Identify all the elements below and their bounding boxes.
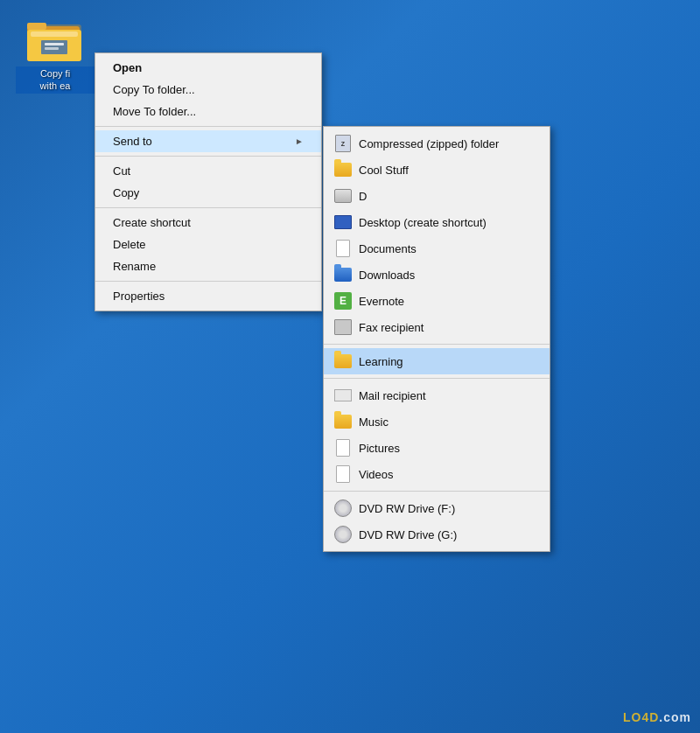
menu-item-cut[interactable]: Cut	[95, 160, 321, 182]
submenu-item-downloads[interactable]: Downloads	[324, 262, 550, 288]
svg-rect-6	[45, 43, 64, 45]
svg-rect-4	[31, 31, 78, 37]
desktop-folder[interactable]: Copy fi with ea	[16, 16, 94, 94]
submenu-item-d-drive[interactable]: D	[324, 183, 550, 209]
menu-item-rename[interactable]: Rename	[95, 255, 321, 277]
pictures-icon	[334, 439, 352, 457]
menu-item-move-to-folder[interactable]: Move To folder...	[95, 101, 321, 122]
submenu-item-compressed[interactable]: Z Compressed (zipped) folder	[324, 130, 550, 157]
watermark-highlight: LO4D	[623, 710, 659, 724]
submenu-item-dvd-g[interactable]: DVD RW Drive (G:)	[324, 521, 550, 548]
music-folder-icon	[334, 413, 352, 430]
menu-separator-2	[95, 156, 321, 157]
menu-item-create-shortcut[interactable]: Create shortcut	[95, 212, 321, 234]
submenu-separator-1	[324, 344, 550, 345]
svg-rect-2	[27, 23, 46, 30]
context-menu: Open Copy To folder... Move To folder...…	[94, 52, 322, 311]
svg-rect-7	[45, 47, 59, 50]
submenu-item-evernote[interactable]: E Evernote	[324, 288, 550, 314]
submenu-item-cool-stuff[interactable]: Cool Stuff	[324, 157, 550, 183]
videos-icon	[334, 465, 352, 483]
dvd-f-icon	[334, 499, 352, 517]
menu-item-properties[interactable]: Properties	[95, 285, 321, 307]
menu-item-send-to[interactable]: Send to ► Z Compressed (zipped) folder C…	[95, 130, 321, 152]
folder-icon	[27, 16, 83, 63]
monitor-icon	[334, 213, 352, 231]
menu-separator-4	[95, 281, 321, 282]
dvd-g-icon	[334, 526, 352, 543]
menu-item-copy[interactable]: Copy	[95, 182, 321, 204]
submenu-item-dvd-f[interactable]: DVD RW Drive (F:)	[324, 495, 550, 521]
mail-icon	[334, 387, 352, 404]
submenu-item-learning[interactable]: Learning	[324, 348, 550, 374]
downloads-icon	[334, 266, 352, 283]
fax-icon	[334, 318, 352, 336]
submenu-separator-2	[324, 378, 550, 379]
menu-separator-3	[95, 207, 321, 208]
submenu-send-to: Z Compressed (zipped) folder Cool Stuff …	[323, 126, 550, 552]
drive-icon	[334, 187, 352, 205]
watermark: LO4D.com	[623, 710, 691, 724]
menu-item-copy-to-folder[interactable]: Copy To folder...	[95, 79, 321, 101]
submenu-item-videos[interactable]: Videos	[324, 461, 550, 487]
submenu-item-mail[interactable]: Mail recipient	[324, 382, 550, 408]
documents-icon	[334, 240, 352, 257]
learning-folder-icon	[334, 353, 352, 370]
submenu-item-documents[interactable]: Documents	[324, 235, 550, 262]
submenu-item-fax[interactable]: Fax recipient	[324, 314, 550, 340]
menu-item-open[interactable]: Open	[95, 57, 321, 79]
submenu-item-pictures[interactable]: Pictures	[324, 435, 550, 461]
desktop: Copy fi with ea Open Copy To folder... M…	[0, 0, 700, 733]
menu-item-delete[interactable]: Delete	[95, 234, 321, 255]
evernote-icon: E	[334, 292, 352, 310]
submenu-separator-3	[324, 491, 550, 492]
folder-yellow-icon	[334, 161, 352, 178]
submenu-item-desktop[interactable]: Desktop (create shortcut)	[324, 209, 550, 235]
submenu-arrow-icon: ►	[295, 136, 304, 146]
submenu-item-music[interactable]: Music	[324, 408, 550, 435]
menu-separator-1	[95, 126, 321, 127]
zip-icon: Z	[334, 135, 352, 152]
folder-label: Copy fi with ea	[16, 66, 94, 94]
